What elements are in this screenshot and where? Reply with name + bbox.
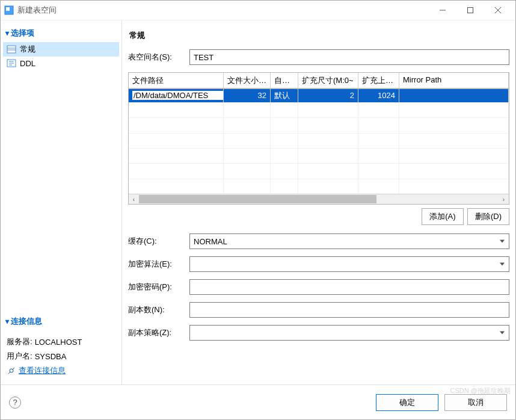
cell-limit: 1024	[358, 89, 399, 102]
th-size[interactable]: 文件大小(M:>	[224, 73, 271, 88]
cell-size: 32	[224, 89, 271, 102]
dialog-body: 选择项 常规 DDL 连接信息 服务器: LOCALHOST 用户名: SYSD…	[1, 20, 515, 384]
cell-step: 2	[298, 89, 358, 102]
minimize-icon	[440, 7, 446, 13]
maximize-icon	[467, 7, 473, 13]
th-path[interactable]: 文件路径	[129, 73, 224, 88]
main-panel: 常规 表空间名(S): 文件路径 文件大小(M:> 自动扩 扩充尺寸(M:0~ …	[122, 20, 515, 384]
table-header: 文件路径 文件大小(M:> 自动扩 扩充尺寸(M:0~ 扩充上限( Mirror…	[129, 73, 509, 89]
th-step[interactable]: 扩充尺寸(M:0~	[298, 73, 358, 88]
cell-mirror	[399, 89, 509, 102]
app-icon	[4, 5, 14, 15]
tablespace-name-label: 表空间名(S):	[128, 52, 185, 63]
table-buttons: 添加(A) 删除(D)	[128, 208, 509, 225]
add-button[interactable]: 添加(A)	[422, 208, 464, 225]
view-connection-link[interactable]: 查看连接信息	[19, 365, 66, 376]
panel-heading: 常规	[129, 30, 509, 41]
cell-auto: 默认	[271, 89, 298, 102]
scroll-left-button[interactable]: ‹	[129, 194, 139, 204]
ok-button[interactable]: 确定	[376, 394, 438, 411]
sidebar-item-label: DDL	[20, 59, 35, 68]
empty-grid	[129, 102, 509, 194]
sidebar-item-label: 常规	[20, 44, 35, 55]
row-password: 加密密码(P):	[128, 279, 509, 295]
help-icon: ?	[13, 398, 17, 407]
close-button[interactable]	[484, 1, 512, 20]
cell-path: /DM/data/DMOA/TEST01.DBF	[129, 89, 224, 102]
help-button[interactable]: ?	[9, 397, 21, 409]
conn-link-row: 查看连接信息	[7, 365, 115, 376]
server-value: LOCALHOST	[35, 338, 82, 347]
policy-select[interactable]	[189, 325, 509, 341]
cache-label: 缓存(C):	[128, 236, 185, 247]
row-tablespace-name: 表空间名(S):	[128, 49, 509, 65]
row-policy: 副本策略(Z):	[128, 325, 509, 341]
files-table: 文件路径 文件大小(M:> 自动扩 扩充尺寸(M:0~ 扩充上限( Mirror…	[128, 72, 509, 205]
close-icon	[495, 7, 501, 13]
ddl-icon	[7, 58, 16, 68]
link-icon	[7, 366, 16, 375]
form-icon	[7, 45, 16, 54]
cancel-button[interactable]: 取消	[444, 394, 507, 411]
algo-label: 加密算法(E):	[128, 259, 185, 270]
password-input[interactable]	[189, 279, 509, 295]
sidebar-item-ddl[interactable]: DDL	[3, 57, 119, 70]
scroll-track[interactable]	[139, 194, 499, 204]
sidebar-section-connection[interactable]: 连接信息	[5, 316, 119, 327]
algo-select[interactable]	[189, 256, 509, 272]
sidebar-section-options[interactable]: 选择项	[5, 28, 119, 39]
svg-rect-6	[7, 46, 16, 53]
dialog-window: 新建表空间 选择项 常规 DDL 连接信息	[0, 0, 516, 420]
window-buttons	[429, 1, 512, 20]
window-title: 新建表空间	[17, 5, 429, 16]
th-limit[interactable]: 扩充上限(	[358, 73, 399, 88]
dialog-footer: ? 确定 取消	[1, 384, 515, 419]
th-auto[interactable]: 自动扩	[271, 73, 298, 88]
copies-label: 副本数(N):	[128, 304, 185, 315]
row-algo: 加密算法(E):	[128, 256, 509, 272]
scroll-thumb[interactable]	[139, 195, 376, 203]
user-label: 用户名:	[7, 351, 32, 362]
table-row[interactable]: /DM/data/DMOA/TEST01.DBF 32 默认 2 1024	[129, 89, 509, 102]
cache-select[interactable]: NORMAL	[189, 233, 509, 249]
user-row: 用户名: SYSDBA	[7, 351, 115, 362]
copies-input[interactable]	[189, 302, 509, 318]
maximize-button[interactable]	[456, 1, 484, 20]
user-value: SYSDBA	[35, 352, 67, 361]
tablespace-name-input[interactable]	[189, 49, 509, 65]
server-row: 服务器: LOCALHOST	[7, 336, 115, 347]
th-mirror[interactable]: Mirror Path	[399, 73, 509, 88]
titlebar: 新建表空间	[1, 1, 515, 20]
password-label: 加密密码(P):	[128, 282, 185, 292]
sidebar-item-general[interactable]: 常规	[3, 42, 119, 57]
connection-info: 服务器: LOCALHOST 用户名: SYSDBA 查看连接信息	[5, 333, 117, 380]
scroll-right-button[interactable]: ›	[499, 194, 509, 204]
delete-button[interactable]: 删除(D)	[467, 208, 509, 225]
row-copies: 副本数(N):	[128, 302, 509, 318]
table-body: /DM/data/DMOA/TEST01.DBF 32 默认 2 1024	[129, 89, 509, 194]
sidebar: 选择项 常规 DDL 连接信息 服务器: LOCALHOST 用户名: SYSD…	[1, 20, 122, 384]
h-scrollbar[interactable]: ‹ ›	[129, 194, 509, 204]
minimize-button[interactable]	[429, 1, 456, 20]
row-cache: 缓存(C): NORMAL	[128, 233, 509, 249]
svg-rect-3	[468, 8, 473, 13]
server-label: 服务器:	[7, 336, 32, 347]
svg-rect-1	[6, 7, 10, 11]
policy-label: 副本策略(Z):	[128, 327, 185, 338]
